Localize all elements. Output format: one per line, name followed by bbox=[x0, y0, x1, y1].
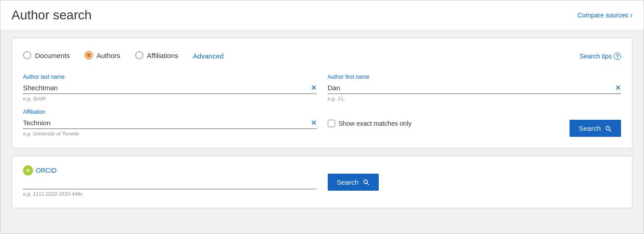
right-controls: Show exact matches only Search bbox=[328, 109, 621, 137]
search-panel: Documents Authors Affiliations Advanced bbox=[11, 38, 633, 148]
compare-sources-link[interactable]: Compare sources › bbox=[577, 11, 633, 19]
affiliation-input[interactable] bbox=[23, 117, 317, 129]
tab-authors-label: Authors bbox=[97, 52, 120, 59]
orcid-hint: e.g. 1111-2222-3333-444x bbox=[23, 191, 317, 197]
affiliation-row: Affiliation ✕ e.g. University of Toronto… bbox=[23, 109, 621, 137]
name-fields-row: Author last name ✕ e.g. Smith Author fir… bbox=[23, 74, 621, 101]
first-name-group: Author first name ✕ e.g. J.L. bbox=[328, 74, 621, 101]
last-name-input[interactable] bbox=[23, 82, 317, 94]
first-name-clear-button[interactable]: ✕ bbox=[615, 84, 621, 92]
tab-affiliations[interactable]: Affiliations bbox=[128, 47, 186, 64]
last-name-label: Author last name bbox=[23, 74, 317, 80]
exact-matches-checkbox[interactable] bbox=[328, 120, 335, 127]
orcid-row: iD ORCID e.g. 1111-2222-3333-444x Search bbox=[23, 165, 621, 197]
affiliation-label: Affiliation bbox=[23, 109, 317, 115]
orcid-input-wrapper bbox=[23, 177, 317, 189]
radio-authors bbox=[85, 51, 93, 59]
last-name-hint: e.g. Smith bbox=[23, 96, 317, 101]
author-search-button[interactable]: Search bbox=[570, 120, 621, 137]
orcid-icon-text: iD bbox=[26, 168, 30, 173]
first-name-label: Author first name bbox=[328, 74, 621, 80]
orcid-label-group: iD ORCID bbox=[23, 165, 317, 176]
affiliation-input-wrapper: ✕ bbox=[23, 117, 317, 129]
last-name-input-wrapper: ✕ bbox=[23, 82, 317, 94]
page-title: Author search bbox=[11, 8, 91, 23]
last-name-group: Author last name ✕ e.g. Smith bbox=[23, 74, 317, 101]
orcid-panel: iD ORCID e.g. 1111-2222-3333-444x Search bbox=[11, 156, 633, 208]
tab-documents-label: Documents bbox=[35, 52, 70, 59]
orcid-label: ORCID bbox=[36, 167, 57, 174]
tab-affiliations-label: Affiliations bbox=[147, 52, 178, 59]
affiliation-hint: e.g. University of Toronto bbox=[23, 131, 317, 136]
last-name-clear-button[interactable]: ✕ bbox=[311, 84, 317, 92]
radio-affiliations bbox=[135, 51, 143, 59]
orcid-input[interactable] bbox=[23, 177, 317, 189]
first-name-input-wrapper: ✕ bbox=[328, 82, 621, 94]
first-name-input[interactable] bbox=[328, 82, 621, 94]
search-icon bbox=[604, 125, 612, 132]
main-content: Documents Authors Affiliations Advanced bbox=[0, 30, 644, 216]
orcid-icon: iD bbox=[23, 165, 33, 176]
first-name-hint: e.g. J.L. bbox=[328, 96, 621, 101]
author-search-button-label: Search bbox=[579, 124, 601, 132]
search-tips-label: Search tips bbox=[580, 53, 612, 60]
radio-authors-inner bbox=[86, 53, 91, 58]
chevron-right-icon: › bbox=[630, 11, 633, 19]
orcid-search-icon bbox=[362, 178, 370, 186]
search-tips-link[interactable]: Search tips ? bbox=[580, 53, 621, 60]
tab-advanced[interactable]: Advanced bbox=[186, 48, 231, 64]
page-header: Author search Compare sources › bbox=[0, 0, 644, 30]
radio-documents bbox=[23, 51, 31, 59]
tab-nav: Documents Authors Affiliations Advanced bbox=[23, 47, 621, 64]
page-wrapper: Author search Compare sources › Document… bbox=[0, 0, 644, 234]
search-tips-icon: ? bbox=[614, 53, 621, 60]
orcid-search-button-label: Search bbox=[337, 178, 359, 186]
tab-documents[interactable]: Documents bbox=[23, 47, 77, 64]
tab-authors[interactable]: Authors bbox=[77, 47, 128, 64]
exact-matches-group: Show exact matches only bbox=[328, 120, 412, 127]
compare-sources-label: Compare sources bbox=[577, 12, 628, 19]
orcid-search-button[interactable]: Search bbox=[328, 174, 379, 191]
affiliation-group: Affiliation ✕ e.g. University of Toronto bbox=[23, 109, 317, 136]
orcid-input-group: iD ORCID e.g. 1111-2222-3333-444x bbox=[23, 165, 317, 197]
affiliation-clear-button[interactable]: ✕ bbox=[311, 119, 317, 127]
exact-matches-label[interactable]: Show exact matches only bbox=[339, 120, 412, 127]
